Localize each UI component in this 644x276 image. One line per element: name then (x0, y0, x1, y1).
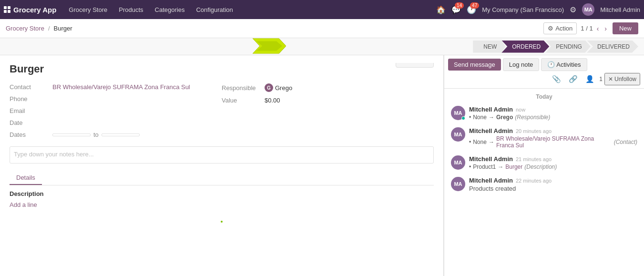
arrow-2: → (489, 139, 494, 145)
dates-field: Dates to (10, 129, 222, 141)
msg-body-3: Product1 → Burger (Description) (469, 164, 637, 170)
attachment-icon[interactable]: 📎 (549, 73, 564, 85)
navbar-right: 🏠 💬 14 🕐 47 My Company (San Francisco) ⚙… (436, 3, 640, 16)
notes-area[interactable]: Type down your notes here... (10, 146, 434, 164)
msg-header-1: Mitchell Admin now (469, 106, 637, 113)
notes-placeholder: Type down your notes here... (14, 151, 94, 158)
form-fields: Contact BR Wholesale/Varejo SUFRAMA Zona… (10, 81, 434, 141)
change-value-3[interactable]: Burger (505, 164, 522, 170)
message-4: MA Mitchell Admin 22 minutes ago Product… (451, 177, 637, 192)
responsible-label: Responsible (222, 84, 265, 92)
breadcrumb-separator: / (48, 25, 50, 32)
step-pending-label: PENDING (556, 43, 582, 50)
progress-bar (221, 221, 223, 223)
msg-content-4: Mitchell Admin 22 minutes ago Products c… (469, 177, 637, 192)
follower-icon[interactable]: 👤 (583, 73, 597, 85)
step-delivered[interactable]: DELIVERED (587, 41, 638, 53)
msg-author-3: Mitchell Admin (469, 155, 513, 163)
msg-time-1: now (516, 107, 525, 112)
user-avatar[interactable]: MA (582, 3, 594, 16)
step-pending[interactable]: PENDING (545, 41, 591, 53)
dates-end[interactable] (102, 133, 140, 136)
change-suffix-2: (Contact) (614, 139, 637, 145)
today-label: Today (451, 93, 637, 100)
tab-details[interactable]: Details (10, 171, 42, 185)
msg-avatar-2: MA (451, 127, 465, 142)
chat-icon-btn[interactable]: 💬 14 (451, 5, 461, 14)
responsible-field: Responsible G Grego (222, 81, 434, 94)
msg-header-2: Mitchell Admin 20 minutes ago (469, 127, 637, 134)
change-suffix-3: (Description) (524, 164, 557, 170)
navbar: Grocery App Grocery Store Products Categ… (0, 0, 644, 19)
step-ordered[interactable]: ORDERED (501, 41, 549, 53)
navbar-left: Grocery App Grocery Store Products Categ… (4, 4, 238, 15)
breadcrumb-parent[interactable]: Grocery Store (6, 25, 44, 32)
gear-icon: ⚙ (548, 25, 553, 32)
msg-header-4: Mitchell Admin 22 minutes ago (469, 177, 637, 184)
email-label: Email (10, 107, 52, 114)
message-3: MA Mitchell Admin 21 minutes ago Product… (451, 155, 637, 170)
msg-content-2: Mitchell Admin 20 minutes ago None → BR … (469, 127, 637, 149)
send-message-button[interactable]: Send message (448, 59, 501, 71)
pager-prev[interactable]: ‹ (595, 24, 601, 33)
msg-time-3: 21 minutes ago (516, 156, 552, 162)
msg-plain-4: Products created (469, 185, 516, 192)
msg-body-1: None → Grego (Responsible) (469, 114, 637, 121)
change-2: None → BR Wholesale/Varejo SUFRAMA Zona … (469, 135, 637, 149)
app-brand[interactable]: Grocery App (4, 6, 56, 14)
breadcrumb-bar: Grocery Store / Burger ⚙ Action 1 / 1 ‹ … (0, 19, 644, 38)
nav-categories[interactable]: Categories (150, 4, 190, 15)
arrow-indicator (253, 38, 286, 55)
msg-author-1: Mitchell Admin (469, 106, 513, 113)
tab-list: Details (10, 171, 434, 185)
log-note-button[interactable]: Log note (503, 58, 540, 71)
tabs-section: Details Description Add a line (10, 171, 434, 213)
add-line-link[interactable]: Add a line (10, 201, 434, 208)
new-button[interactable]: New (613, 22, 638, 34)
pager-next[interactable]: › (603, 24, 609, 33)
company-name: My Company (San Francisco) (482, 6, 564, 13)
msg-avatar-4: MA (451, 177, 465, 191)
msg-author-2: Mitchell Admin (469, 127, 513, 134)
value-field: Value $0.00 (222, 94, 434, 106)
unfollow-button[interactable]: ✕ Unfollow (604, 73, 640, 85)
contact-label: Contact (10, 83, 52, 91)
dates-separator: to (93, 131, 99, 138)
responsible-value[interactable]: Grego (275, 84, 292, 92)
link-icon[interactable]: 🔗 (566, 73, 581, 85)
status-steps: NEW ORDERED PENDING DELIVERED (473, 41, 638, 53)
close-icon: ✕ (608, 76, 613, 82)
product-photo[interactable]: 📷 (396, 63, 434, 68)
message-2: MA Mitchell Admin 20 minutes ago None → … (451, 127, 637, 149)
dates-start[interactable] (52, 133, 91, 136)
step-delivered-label: DELIVERED (597, 43, 630, 50)
nav-products[interactable]: Products (114, 4, 148, 15)
value-value[interactable]: $0.00 (265, 97, 280, 104)
home-icon-btn[interactable]: 🏠 (436, 5, 446, 14)
status-bar: NEW ORDERED PENDING DELIVERED (0, 38, 644, 55)
msg-avatar-1: MA (451, 106, 465, 120)
form-area: EN 📷 Burger Contact BR Wholesale/Varejo … (0, 55, 444, 276)
change-1: None → Grego (Responsible) (469, 114, 637, 121)
arrow-3: → (498, 164, 503, 170)
phone-field: Phone (10, 93, 222, 105)
action-button[interactable]: ⚙ Action (543, 22, 577, 34)
change-3: Product1 → Burger (Description) (469, 164, 637, 170)
nav-grocery-store[interactable]: Grocery Store (64, 4, 112, 15)
tab-content: Description Add a line (10, 185, 434, 213)
msg-body-4: Products created (469, 185, 637, 192)
online-indicator (461, 116, 465, 120)
change-value-2[interactable]: BR Wholesale/Varejo SUFRAMA Zona Franca … (496, 135, 612, 149)
nav-configuration[interactable]: Configuration (191, 4, 237, 15)
step-new[interactable]: NEW (473, 41, 505, 53)
dates-label: Dates (10, 131, 52, 138)
msg-time-4: 22 minutes ago (516, 178, 552, 184)
activities-button[interactable]: 🕐 Activities (541, 58, 587, 71)
value-label: Value (222, 97, 265, 104)
settings-icon-btn[interactable]: ⚙ (570, 5, 576, 14)
contact-value[interactable]: BR Wholesale/Varejo SUFRAMA Zona Franca … (52, 83, 190, 91)
msg-body-2: None → BR Wholesale/Varejo SUFRAMA Zona … (469, 135, 637, 149)
chatter-actions: Send message Log note 🕐 Activities 📎 🔗 👤… (444, 55, 644, 89)
clock-icon-btn[interactable]: 🕐 47 (467, 5, 476, 14)
msg-time-2: 20 minutes ago (516, 128, 552, 134)
